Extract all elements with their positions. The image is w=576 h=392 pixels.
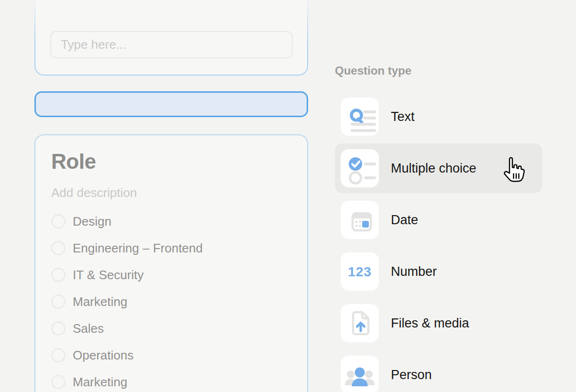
option-row[interactable]: Sales bbox=[51, 315, 291, 342]
question-type-label: Text bbox=[391, 109, 415, 124]
calendar-icon bbox=[341, 201, 379, 239]
radio-icon[interactable] bbox=[51, 294, 66, 309]
question-type-item-date[interactable]: Date bbox=[335, 195, 542, 245]
option-row[interactable]: Operations bbox=[51, 342, 291, 369]
option-row[interactable]: Design bbox=[51, 208, 291, 235]
selected-empty-block[interactable] bbox=[34, 91, 308, 117]
role-question-card[interactable]: Role Add description Design Engineering … bbox=[34, 134, 308, 392]
option-label: Sales bbox=[73, 321, 104, 336]
option-row[interactable]: Engineering – Frontend bbox=[51, 235, 291, 261]
file-upload-icon bbox=[341, 304, 379, 342]
question-type-item-number[interactable]: 123 Number bbox=[335, 247, 542, 296]
question-type-label: Multiple choice bbox=[391, 161, 476, 176]
multiple-choice-icon bbox=[341, 149, 379, 187]
question-type-label: Number bbox=[391, 264, 437, 279]
form-builder-screen: Role Add description Design Engineering … bbox=[0, 0, 576, 392]
radio-icon[interactable] bbox=[51, 375, 66, 389]
option-label: IT & Security bbox=[73, 268, 144, 283]
question-type-heading: Question type bbox=[335, 64, 411, 77]
radio-icon[interactable] bbox=[51, 321, 66, 336]
svg-text:123: 123 bbox=[348, 264, 372, 279]
question-title[interactable]: Role bbox=[51, 150, 291, 174]
option-list: Design Engineering – Frontend IT & Secur… bbox=[51, 208, 291, 392]
radio-icon[interactable] bbox=[51, 214, 66, 229]
option-row[interactable]: Marketing bbox=[51, 288, 291, 315]
option-label: Design bbox=[73, 214, 111, 229]
question-type-item-files-media[interactable]: Files & media bbox=[335, 298, 542, 348]
option-label: Engineering – Frontend bbox=[73, 241, 203, 256]
question-type-label: Files & media bbox=[391, 316, 469, 331]
text-question-icon bbox=[341, 98, 379, 136]
option-label: Marketing bbox=[73, 375, 127, 390]
question-description-placeholder[interactable]: Add description bbox=[51, 185, 291, 200]
question-type-label: Person bbox=[391, 368, 432, 382]
option-row[interactable]: Marketing bbox=[51, 369, 291, 392]
person-icon bbox=[341, 356, 379, 392]
radio-icon[interactable] bbox=[51, 241, 66, 255]
option-label: Operations bbox=[73, 348, 133, 363]
answer-text-input[interactable] bbox=[50, 31, 293, 58]
number-123-icon: 123 bbox=[341, 252, 379, 291]
question-type-item-person[interactable]: Person bbox=[335, 350, 542, 392]
question-type-item-text[interactable]: Text bbox=[335, 92, 542, 142]
radio-icon[interactable] bbox=[51, 268, 66, 282]
question-type-label: Date bbox=[391, 213, 418, 228]
question-card-above[interactable] bbox=[34, 0, 308, 76]
question-type-item-multiple-choice[interactable]: Multiple choice bbox=[335, 143, 542, 193]
radio-icon[interactable] bbox=[51, 348, 66, 362]
option-label: Marketing bbox=[73, 294, 127, 309]
option-row[interactable]: IT & Security bbox=[51, 261, 291, 288]
